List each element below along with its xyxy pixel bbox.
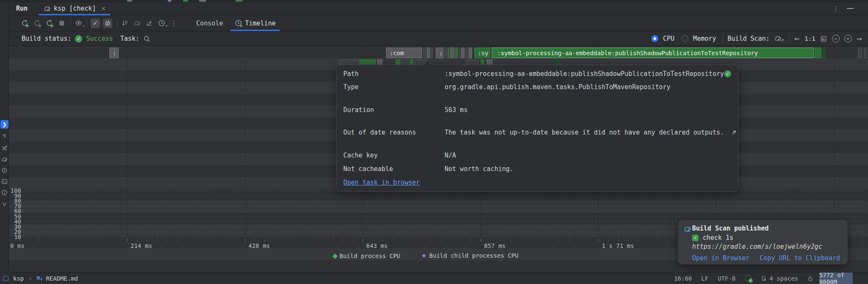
profiler-icon[interactable] (0, 200, 8, 208)
task-bar[interactable] (465, 48, 468, 58)
stop-square-icon (59, 21, 64, 25)
task-bar[interactable] (448, 48, 449, 58)
restart-build-button[interactable] (45, 19, 54, 28)
build-scan-external-icon[interactable]: ↗ (774, 35, 783, 42)
more-options-icon[interactable]: ⋮ (832, 5, 839, 13)
tab-timeline[interactable]: Timeline (229, 15, 281, 31)
task-bar[interactable] (423, 48, 426, 58)
task-bar[interactable] (858, 48, 862, 58)
caret-position-widget[interactable]: 16:60 (674, 275, 692, 282)
task-bar[interactable] (815, 48, 821, 58)
task-bar[interactable] (864, 48, 867, 58)
indent-widget[interactable]: 4 spaces (761, 275, 798, 282)
task-bar[interactable] (459, 48, 460, 58)
stop-button[interactable] (57, 19, 66, 28)
legend-item-build-child-cpu: ★Build child processes CPU (421, 252, 518, 259)
terminal-icon[interactable] (0, 177, 8, 186)
breadcrumb-file[interactable]: README.md (46, 275, 78, 282)
close-icon[interactable]: × (101, 5, 105, 12)
cpu-radio[interactable] (651, 35, 658, 42)
x-axis-tick (117, 239, 118, 241)
x-axis-tick (294, 239, 295, 241)
task-bar[interactable]: : (109, 48, 119, 58)
task-bar[interactable]: :com (386, 48, 422, 58)
build-tools-icon[interactable] (0, 144, 8, 152)
selected-task-bar[interactable]: :symbol-processing-aa-embeddable:publish… (492, 48, 814, 58)
import-results-button[interactable] (145, 19, 154, 28)
memory-indicator[interactable]: 5772 of 8600M (819, 273, 868, 284)
show-passed-button[interactable]: ▾ (74, 19, 83, 28)
x-axis-tick (225, 239, 226, 241)
popup-field: Cache keyN/A (343, 152, 731, 161)
problems-icon[interactable] (0, 188, 8, 197)
x-axis-tick (88, 239, 88, 241)
horizontal-gridline (23, 211, 866, 211)
markdown-file-icon: M↓ (37, 276, 43, 281)
x-axis-tick (402, 239, 403, 241)
build-scan-url[interactable]: https://gradle.com/s/loejweln6y2gc (692, 243, 843, 250)
rerun-failed-button[interactable] (32, 19, 42, 28)
x-axis-tick (461, 239, 462, 241)
build-status-row: Build status: ✓ Success Task: CPU Memory… (9, 31, 868, 46)
encoding-widget[interactable]: UTF-8 (718, 275, 735, 282)
x-axis-tick (854, 239, 854, 241)
active-tab-underline (231, 30, 280, 31)
task-bar[interactable]: : (436, 48, 443, 58)
build-history-button[interactable]: ▾ (157, 19, 166, 28)
fit-to-window-icon[interactable] (820, 35, 827, 42)
task-bar[interactable] (427, 48, 430, 58)
x-axis-tick (520, 239, 520, 241)
x-axis-tick (431, 239, 432, 241)
services-icon[interactable] (0, 166, 8, 174)
x-axis-tick (638, 239, 638, 241)
run-tab[interactable]: ksp [check] × (39, 2, 110, 15)
muted-filter-toggle[interactable]: ⊘ (103, 19, 112, 28)
x-axis-tick (608, 239, 609, 241)
x-axis-tick (284, 239, 285, 241)
timeline-forward-icon[interactable]: → (857, 35, 862, 43)
gradle-tool-window-icon[interactable] (0, 155, 8, 163)
timeline-back-icon[interactable]: ← (794, 35, 800, 43)
memory-radio[interactable] (682, 35, 688, 42)
task-bar[interactable] (450, 48, 454, 58)
inspections-widget-icon[interactable]: ✓ (745, 275, 751, 281)
task-bar[interactable] (431, 48, 433, 58)
copy-url-to-clipboard-link[interactable]: Copy URL to Clipboard (760, 254, 840, 262)
todo-icon[interactable] (0, 132, 8, 141)
x-axis-tick (39, 239, 39, 241)
rerun-button[interactable] (20, 19, 29, 28)
passed-filter-toggle[interactable]: ✓ (91, 19, 100, 28)
open-task-link[interactable]: Open task in browser (343, 179, 420, 186)
task-bar[interactable] (461, 48, 465, 58)
open-in-browser-link[interactable]: Open in Browser (692, 254, 749, 262)
zoom-level[interactable]: 1:1 (804, 35, 815, 42)
sort-by-duration-button[interactable] (120, 19, 129, 28)
hide-panel-icon[interactable] (847, 8, 854, 9)
checkbox-icon[interactable]: ✓ (692, 235, 698, 241)
line-separator-widget[interactable]: LF (701, 275, 709, 282)
project-widget-icon[interactable] (3, 276, 8, 281)
x-axis-tick (9, 239, 10, 241)
popup-field-value: org.gradle.api.publish.maven.tasks.Publi… (445, 83, 670, 91)
x-axis-tick (451, 239, 452, 241)
task-bar[interactable] (455, 48, 458, 58)
zoom-in-icon[interactable]: + (844, 35, 852, 42)
task-bar[interactable] (444, 48, 447, 58)
popup-field-label: Out of date reasons (343, 129, 416, 136)
search-icon[interactable] (143, 35, 150, 42)
popup-field: Not cacheableNot worth caching. (343, 165, 731, 174)
task-bar[interactable] (469, 48, 472, 58)
task-bar[interactable]: :sy (474, 48, 490, 58)
x-axis-major-tick (245, 239, 245, 242)
breadcrumb-project[interactable]: ksp (13, 275, 24, 282)
x-axis-tick (441, 239, 442, 241)
external-link-icon[interactable]: ↗ (731, 129, 737, 136)
run-tool-window-icon[interactable]: ❯ (0, 120, 8, 129)
gradle-rerun-icon[interactable] (132, 19, 142, 28)
x-axis-tick (657, 239, 658, 241)
toolbar-more-icon[interactable]: ⋮ (169, 19, 178, 28)
task-bar[interactable] (822, 48, 826, 58)
zoom-out-icon[interactable]: − (832, 35, 840, 42)
tab-console[interactable]: Console (190, 15, 229, 31)
unlocked-icon[interactable] (807, 276, 813, 281)
